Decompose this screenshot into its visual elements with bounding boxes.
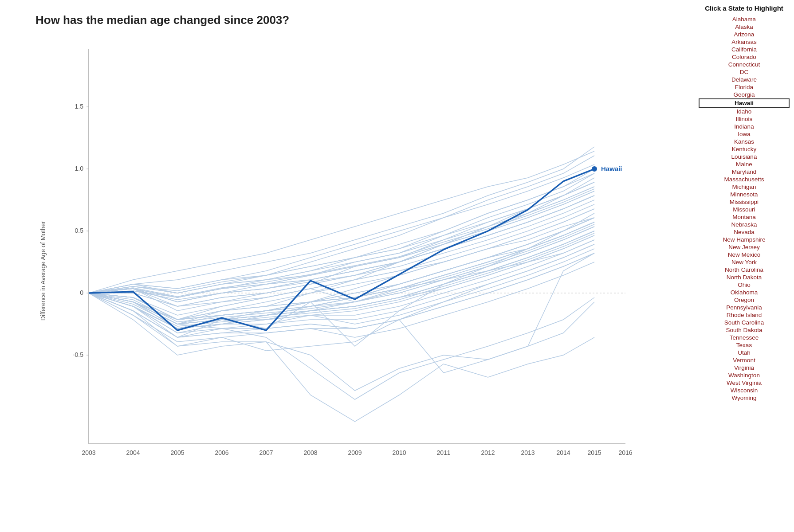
x-tick-2014: 2014 xyxy=(556,449,570,456)
x-tick-2005: 2005 xyxy=(170,449,184,456)
state-list-item-rhode-island[interactable]: Rhode Island xyxy=(699,311,790,319)
x-tick-2007: 2007 xyxy=(259,449,273,456)
chart-container: Difference in Average Age of Mother -0.5… xyxy=(35,36,634,506)
state-list-item-missouri[interactable]: Missouri xyxy=(699,206,790,213)
sidebar: Click a State to Highlight AlabamaAlaska… xyxy=(692,0,794,532)
sidebar-title: Click a State to Highlight xyxy=(699,4,790,12)
y-tick-05: 0.5 xyxy=(75,227,84,234)
y-tick-10: 1.0 xyxy=(75,165,84,172)
state-list-item-south-dakota[interactable]: South Dakota xyxy=(699,326,790,334)
state-list-item-new-york[interactable]: New York xyxy=(699,258,790,266)
state-list-item-wyoming[interactable]: Wyoming xyxy=(699,394,790,402)
state-list-item-new-mexico[interactable]: New Mexico xyxy=(699,251,790,258)
state-list-item-new-hampshire[interactable]: New Hampshire xyxy=(699,236,790,243)
y-axis-label: Difference in Average Age of Mother xyxy=(39,221,47,321)
state-list-item-colorado[interactable]: Colorado xyxy=(699,53,790,61)
state-list-item-connecticut[interactable]: Connecticut xyxy=(699,61,790,68)
hawaii-chart-label: Hawaii xyxy=(601,165,622,172)
y-tick-15: 1.5 xyxy=(75,103,84,110)
state-list-item-nebraska[interactable]: Nebraska xyxy=(699,221,790,228)
x-tick-2009: 2009 xyxy=(348,449,362,456)
state-list-item-new-jersey[interactable]: New Jersey xyxy=(699,243,790,251)
state-list-item-maine[interactable]: Maine xyxy=(699,160,790,168)
state-list-item-delaware[interactable]: Delaware xyxy=(699,76,790,83)
state-list-item-maryland[interactable]: Maryland xyxy=(699,168,790,176)
x-tick-2008: 2008 xyxy=(303,449,317,456)
state-list-item-georgia[interactable]: Georgia xyxy=(699,91,790,98)
state-list-item-north-carolina[interactable]: North Carolina xyxy=(699,266,790,274)
state-list-item-minnesota[interactable]: Minnesota xyxy=(699,191,790,198)
state-list-item-indiana[interactable]: Indiana xyxy=(699,123,790,130)
state-list-item-alaska[interactable]: Alaska xyxy=(699,23,790,31)
state-list-item-wisconsin[interactable]: Wisconsin xyxy=(699,387,790,394)
state-list-item-virginia[interactable]: Virginia xyxy=(699,364,790,372)
state-list-item-florida[interactable]: Florida xyxy=(699,83,790,91)
state-list-item-texas[interactable]: Texas xyxy=(699,341,790,349)
state-list-item-nevada[interactable]: Nevada xyxy=(699,228,790,236)
state-list-item-north-dakota[interactable]: North Dakota xyxy=(699,274,790,281)
y-tick-minus05: -0.5 xyxy=(73,351,83,358)
state-list-item-oregon[interactable]: Oregon xyxy=(699,296,790,304)
state-list-item-illinois[interactable]: Illinois xyxy=(699,115,790,123)
chart-title: How has the median age changed since 200… xyxy=(35,13,692,27)
state-list-item-pennsylvania[interactable]: Pennsylvania xyxy=(699,304,790,311)
state-list-item-dc[interactable]: DC xyxy=(699,68,790,76)
state-list-item-idaho[interactable]: Idaho xyxy=(699,108,790,115)
chart-area: How has the median age changed since 200… xyxy=(0,0,692,532)
hawaii-dot xyxy=(592,166,597,172)
state-list-item-arizona[interactable]: Arizona xyxy=(699,31,790,38)
state-list-item-michigan[interactable]: Michigan xyxy=(699,183,790,191)
state-list[interactable]: AlabamaAlaskaArizonaArkansasCaliforniaCo… xyxy=(699,16,790,402)
state-list-item-ohio[interactable]: Ohio xyxy=(699,281,790,289)
x-tick-2013: 2013 xyxy=(521,449,535,456)
x-tick-2010: 2010 xyxy=(392,449,406,456)
state-list-item-kentucky[interactable]: Kentucky xyxy=(699,145,790,153)
state-list-item-vermont[interactable]: Vermont xyxy=(699,356,790,364)
state-list-item-arkansas[interactable]: Arkansas xyxy=(699,38,790,46)
state-list-item-west-virginia[interactable]: West Virginia xyxy=(699,379,790,387)
main-chart: Difference in Average Age of Mother -0.5… xyxy=(35,36,634,506)
state-list-item-california[interactable]: California xyxy=(699,46,790,53)
state-list-item-utah[interactable]: Utah xyxy=(699,349,790,356)
state-list-item-montana[interactable]: Montana xyxy=(699,213,790,221)
state-list-item-tennessee[interactable]: Tennessee xyxy=(699,334,790,341)
state-list-item-louisiana[interactable]: Louisiana xyxy=(699,153,790,160)
x-tick-2016: 2016 xyxy=(618,449,632,456)
state-list-item-hawaii[interactable]: Hawaii xyxy=(699,98,790,108)
state-list-item-washington[interactable]: Washington xyxy=(699,372,790,379)
background-lines xyxy=(89,147,594,422)
x-tick-2011: 2011 xyxy=(436,449,450,456)
state-list-item-alabama[interactable]: Alabama xyxy=(699,16,790,23)
state-list-item-kansas[interactable]: Kansas xyxy=(699,138,790,145)
y-tick-0: 0 xyxy=(80,289,83,296)
state-list-item-mississippi[interactable]: Mississippi xyxy=(699,198,790,206)
x-tick-2004: 2004 xyxy=(126,449,140,456)
state-list-item-south-carolina[interactable]: South Carolina xyxy=(699,319,790,326)
x-tick-2012: 2012 xyxy=(481,449,495,456)
state-list-item-massachusetts[interactable]: Massachusetts xyxy=(699,176,790,183)
hawaii-line xyxy=(89,169,594,330)
x-tick-2006: 2006 xyxy=(215,449,228,456)
state-list-item-oklahoma[interactable]: Oklahoma xyxy=(699,289,790,296)
x-tick-2003: 2003 xyxy=(82,449,95,456)
state-list-item-iowa[interactable]: Iowa xyxy=(699,130,790,138)
x-tick-2015: 2015 xyxy=(587,449,601,456)
